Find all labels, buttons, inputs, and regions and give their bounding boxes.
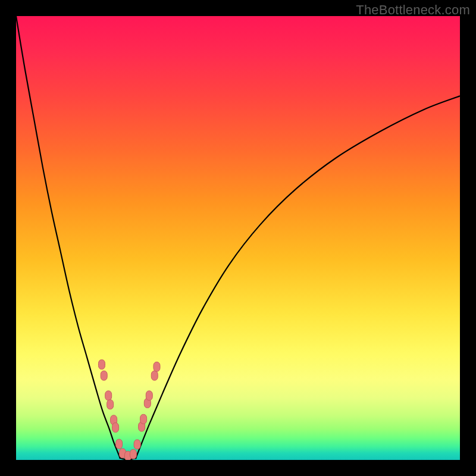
- bead-marker: [146, 391, 152, 400]
- bead-marker: [151, 371, 158, 380]
- curve-group: [16, 16, 460, 459]
- chart-svg: [16, 16, 460, 460]
- watermark-text: TheBottleneck.com: [356, 2, 470, 18]
- plot-frame: [16, 16, 460, 460]
- bead-marker: [134, 440, 140, 449]
- bead-marker: [101, 371, 107, 380]
- bead-marker: [140, 414, 147, 424]
- bead-marker: [130, 449, 136, 459]
- bead-marker: [116, 439, 123, 449]
- bead-marker: [154, 362, 160, 371]
- bottleneck-curve: [16, 16, 460, 459]
- bead-group: [98, 360, 160, 460]
- bead-marker: [105, 391, 112, 400]
- bead-marker: [112, 423, 119, 433]
- bead-marker: [98, 360, 105, 369]
- bead-marker: [107, 400, 114, 409]
